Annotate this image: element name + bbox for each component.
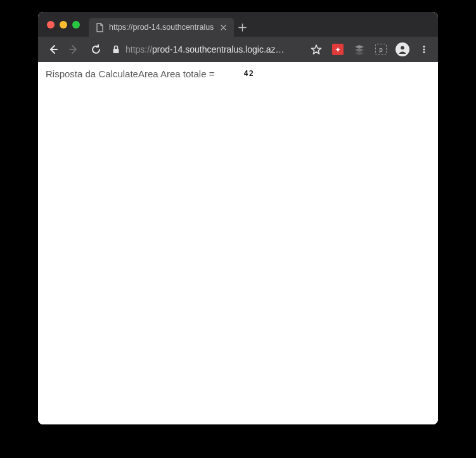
toolbar: https://prod-14.southcentralus.logic.az……: [38, 37, 438, 62]
minimize-window-button[interactable]: [60, 21, 67, 29]
result-value: 42: [243, 69, 254, 78]
profile-avatar[interactable]: [394, 41, 411, 58]
extension-adblock-glyph: ✦: [335, 46, 340, 53]
close-window-button[interactable]: [47, 21, 55, 29]
titlebar: https://prod-14.southcentralus: [38, 12, 438, 37]
svg-point-4: [423, 51, 425, 53]
avatar-icon: [396, 42, 409, 56]
address-bar[interactable]: https://prod-14.southcentralus.logic.az…: [112, 44, 301, 54]
extension-adblock-icon[interactable]: ✦: [329, 41, 347, 58]
forward-button[interactable]: [65, 40, 84, 59]
maximize-window-button[interactable]: [72, 21, 80, 29]
close-tab-icon[interactable]: [219, 23, 228, 32]
svg-point-1: [401, 46, 404, 50]
extension-pocket-glyph: p: [379, 46, 383, 53]
menu-button[interactable]: [415, 41, 433, 58]
reload-button[interactable]: [86, 40, 105, 59]
new-tab-button[interactable]: [234, 18, 250, 37]
svg-point-2: [423, 46, 425, 48]
svg-rect-0: [113, 49, 119, 53]
extension-pocket-icon[interactable]: p: [372, 41, 390, 58]
tab-strip: https://prod-14.southcentralus: [89, 12, 250, 37]
content-row: Risposta da CalculateArea Area totale = …: [46, 68, 430, 79]
page-icon: [95, 23, 104, 32]
back-button[interactable]: [43, 40, 62, 59]
tab-title: https://prod-14.southcentralus: [109, 23, 214, 32]
page-content: Risposta da CalculateArea Area totale = …: [38, 62, 438, 424]
browser-tab[interactable]: https://prod-14.southcentralus: [89, 18, 234, 37]
lock-icon: [112, 45, 120, 54]
svg-point-3: [423, 48, 425, 50]
url-text: https://prod-14.southcentralus.logic.az…: [125, 44, 301, 54]
url-scheme: https://: [125, 44, 152, 54]
response-text: Risposta da CalculateArea Area totale =: [46, 68, 214, 79]
window-controls: [47, 21, 80, 29]
url-host: prod-14.southcentralus.logic.az: [152, 44, 276, 54]
toolbar-actions: ✦ p: [307, 41, 433, 58]
extension-buffer-icon[interactable]: [351, 41, 368, 58]
bookmark-star-icon[interactable]: [307, 41, 325, 58]
url-ellipsis: …: [276, 44, 285, 54]
browser-window: https://prod-14.southcentralus: [38, 12, 438, 424]
